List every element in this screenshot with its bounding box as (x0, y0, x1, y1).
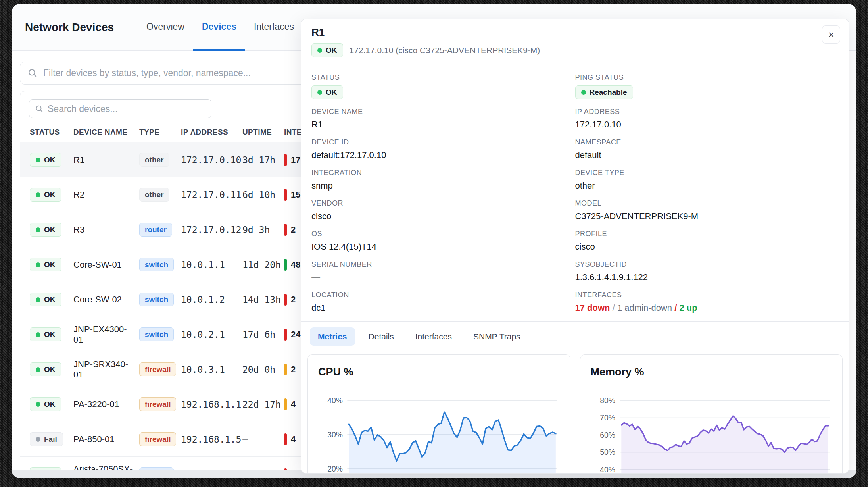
interface-status-bar (284, 364, 287, 375)
status-dot-icon (36, 158, 40, 162)
search-box (29, 99, 211, 118)
page-title: Network Devices (25, 21, 114, 34)
interface-status-bar (284, 329, 287, 341)
panel-subtitle: 172.17.0.10 (cisco C3725-ADVENTERPRISEK9… (350, 46, 540, 55)
type-badge: switch (139, 327, 174, 341)
status-badge: OK (311, 85, 343, 99)
ip-address: 192.168.1.1 (181, 399, 242, 410)
column-header-device-name: DEVICE NAME (73, 128, 139, 137)
status-dot-icon (36, 402, 40, 407)
panel-header: R1 × OK 172.17.0.10 (cisco C3725-ADVENTE… (301, 19, 849, 65)
device-name: PA-850-01 (73, 434, 139, 445)
column-header-type: TYPE (139, 128, 181, 137)
type-badge: other (139, 188, 169, 202)
status-badge: OK (30, 153, 61, 167)
cpu-chart-card: CPU % 40%30%20%10% (307, 354, 570, 474)
svg-text:40%: 40% (600, 465, 615, 474)
panel-tab-snmp-traps[interactable]: SNMP Traps (465, 327, 528, 346)
field-status: STATUS OK (311, 73, 575, 99)
status-dot-icon (581, 90, 586, 95)
status-badge: OK (30, 293, 61, 306)
svg-text:60%: 60% (600, 431, 615, 439)
type-badge: router (139, 223, 172, 237)
field-interfaces-summary: INTERFACES 17 down / 1 admin-down / 2 up (575, 291, 839, 313)
status-dot-icon (36, 367, 40, 372)
panel-tab-metrics[interactable]: Metrics (310, 327, 355, 346)
status-dot-icon (317, 48, 322, 53)
tab-overview[interactable]: Overview (138, 4, 193, 51)
uptime: 9d 3h (242, 225, 284, 235)
field-namespace: NAMESPACE default (575, 138, 839, 160)
svg-text:30%: 30% (327, 430, 343, 439)
status-badge: OK (30, 223, 61, 237)
ip-address: 10.0.3.1 (181, 364, 242, 375)
panel-fields: STATUS OK DEVICE NAME R1 DEVICE ID defau… (301, 65, 849, 321)
uptime: 20d 0h (242, 364, 284, 375)
interface-count: 2 (291, 295, 296, 304)
interface-count: 4 (291, 399, 296, 409)
metrics-charts: CPU % 40%30%20%10% Memory % 80%70%60%50%… (301, 350, 849, 474)
status-badge: OK (30, 188, 61, 202)
status-badge: OK (311, 43, 343, 57)
search-icon (35, 104, 44, 113)
separator: / (613, 303, 615, 313)
svg-text:50%: 50% (600, 448, 615, 456)
interfaces-up-count: 2 up (679, 303, 697, 313)
status-badge: OK (30, 397, 61, 411)
uptime: — (242, 434, 284, 445)
ip-address: 10.0.2.1 (181, 329, 242, 340)
uptime: 14d 13h (242, 295, 284, 305)
uptime: 11d 20h (242, 260, 284, 270)
interface-count: 4 (291, 434, 296, 444)
cpu-chart: 40%30%20%10% (318, 385, 560, 474)
device-detail-panel: R1 × OK 172.17.0.10 (cisco C3725-ADVENTE… (301, 19, 849, 474)
ip-address: 192.168.1.5 (181, 434, 242, 445)
ip-address: 172.17.0.11 (181, 190, 242, 200)
separator: / (674, 303, 677, 313)
status-dot-icon (36, 227, 40, 232)
status-dot-icon (317, 90, 322, 95)
panel-tab-interfaces[interactable]: Interfaces (407, 327, 460, 346)
type-badge: switch (139, 258, 174, 271)
close-button[interactable]: × (822, 25, 840, 44)
cpu-chart-title: CPU % (318, 366, 560, 378)
tab-devices[interactable]: Devices (193, 4, 245, 51)
ip-address: 10.0.1.2 (181, 295, 242, 305)
memory-chart: 80%70%60%50%40%30%20%10% (591, 385, 832, 474)
device-name: Core-SW-02 (73, 295, 139, 305)
device-name: R1 (73, 155, 139, 165)
uptime: 17d 6h (242, 329, 284, 340)
interface-status-bar (284, 294, 287, 306)
uptime: 6d 10h (242, 190, 284, 200)
memory-chart-title: Memory % (591, 366, 832, 378)
device-name: JNP-SRX340-01 (73, 359, 139, 380)
device-name: JNP-EX4300-01 (73, 324, 139, 345)
svg-text:40%: 40% (327, 396, 343, 405)
app-window: Network Devices Overview Devices Interfa… (12, 4, 856, 478)
interface-status-bar (284, 398, 287, 410)
interface-status-bar (284, 259, 287, 271)
status-badge: Fail (30, 432, 63, 446)
search-devices-input[interactable] (48, 104, 205, 114)
fields-column-right: PING STATUS Reachable IP ADDRESS 172.17.… (575, 73, 839, 321)
panel-device-title: R1 (311, 26, 839, 38)
column-header-uptime: UPTIME (242, 128, 284, 137)
interface-status-bar (284, 189, 287, 201)
ip-address: 172.17.0.12 (181, 225, 242, 235)
status-badge: OK (30, 327, 61, 341)
interface-count: 2 (291, 364, 296, 374)
field-model: MODEL C3725-ADVENTERPRISEK9-M (575, 199, 839, 221)
device-name: Core-SW-01 (73, 260, 139, 270)
interface-status-bar (284, 224, 287, 236)
interface-status-bar (284, 154, 287, 166)
svg-text:80%: 80% (600, 396, 615, 405)
type-badge: other (139, 153, 169, 167)
tab-interfaces[interactable]: Interfaces (245, 4, 303, 51)
field-device-type: DEVICE TYPE other (575, 169, 839, 191)
status-badge: OK (30, 362, 61, 376)
status-dot-icon (36, 192, 40, 197)
device-name: Arista-7050SX-01 (73, 464, 139, 470)
search-icon (27, 68, 38, 78)
panel-tab-details[interactable]: Details (361, 327, 402, 346)
fields-column-left: STATUS OK DEVICE NAME R1 DEVICE ID defau… (311, 73, 575, 321)
